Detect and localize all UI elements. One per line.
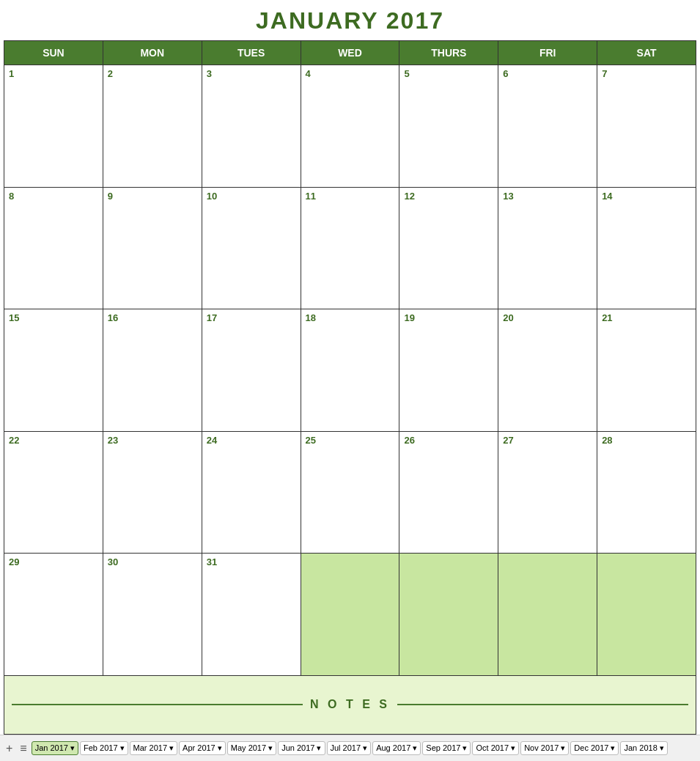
day-number: 11	[306, 191, 395, 202]
day-number: 28	[602, 435, 691, 446]
day-number: 2	[108, 68, 197, 79]
tab-jan-2018[interactable]: Jan 2018 ▾	[620, 741, 667, 755]
day-cell-7[interactable]: 7	[597, 65, 696, 188]
day-header-tues: TUES	[202, 41, 301, 65]
week-row-0: 1234567	[4, 65, 696, 188]
day-cell-27[interactable]: 27	[498, 432, 597, 554]
tab-oct-2017[interactable]: Oct 2017 ▾	[472, 741, 519, 755]
day-header-sat: SAT	[597, 41, 696, 65]
day-number: 19	[404, 312, 493, 323]
day-number: 21	[602, 312, 691, 323]
day-number: 17	[207, 312, 296, 323]
notes-section: N O T E S	[4, 676, 696, 735]
week-row-4: 293031	[4, 554, 696, 676]
day-cell-13[interactable]: 13	[498, 188, 597, 310]
day-cell-26[interactable]: 26	[399, 432, 498, 554]
weeks-container: 1234567891011121314151617181920212223242…	[4, 65, 696, 735]
day-number: 12	[404, 191, 493, 202]
day-cell-5[interactable]: 5	[399, 65, 498, 188]
day-cell-4[interactable]: 4	[301, 65, 400, 188]
day-number: 20	[503, 312, 592, 323]
tab-may-2017[interactable]: May 2017 ▾	[227, 741, 276, 755]
day-cell-6[interactable]: 6	[498, 65, 597, 188]
day-cell-31[interactable]: 31	[202, 554, 301, 676]
day-number: 8	[9, 191, 98, 202]
day-cell-empty-6[interactable]	[597, 554, 696, 676]
calendar-grid: SUNMONTUESWEDTHURSFRISAT 123456789101112…	[4, 40, 696, 735]
day-headers-row: SUNMONTUESWEDTHURSFRISAT	[4, 41, 696, 65]
day-header-fri: FRI	[498, 41, 597, 65]
tab-jul-2017[interactable]: Jul 2017 ▾	[327, 741, 372, 755]
day-header-thurs: THURS	[399, 41, 498, 65]
notes-line-right	[397, 704, 688, 705]
tab-dec-2017[interactable]: Dec 2017 ▾	[570, 741, 619, 755]
week-row-2: 15161718192021	[4, 309, 696, 432]
week-row-1: 891011121314	[4, 188, 696, 310]
day-number: 26	[404, 435, 493, 446]
day-cell-16[interactable]: 16	[103, 309, 202, 432]
calendar-container: JANUARY 2017 SUNMONTUESWEDTHURSFRISAT 12…	[0, 0, 700, 735]
tab-jan-2017[interactable]: Jan 2017 ▾	[32, 741, 78, 755]
day-cell-24[interactable]: 24	[202, 432, 301, 554]
day-cell-22[interactable]: 22	[4, 432, 103, 554]
day-cell-3[interactable]: 3	[202, 65, 301, 188]
day-number: 6	[503, 68, 592, 79]
day-cell-12[interactable]: 12	[399, 188, 498, 310]
day-cell-11[interactable]: 11	[301, 188, 400, 310]
day-cell-23[interactable]: 23	[103, 432, 202, 554]
day-number: 13	[503, 191, 592, 202]
day-header-sun: SUN	[4, 41, 103, 65]
day-number: 23	[108, 435, 197, 446]
day-number: 31	[207, 556, 296, 567]
day-cell-30[interactable]: 30	[103, 554, 202, 676]
notes-row-container: N O T E S	[4, 676, 696, 735]
day-cell-20[interactable]: 20	[498, 309, 597, 432]
week-row-3: 22232425262728	[4, 432, 696, 554]
menu-button[interactable]: ≡	[17, 740, 29, 757]
day-cell-28[interactable]: 28	[597, 432, 696, 554]
day-cell-17[interactable]: 17	[202, 309, 301, 432]
day-number: 7	[602, 68, 691, 79]
day-number: 4	[306, 68, 395, 79]
day-number: 10	[207, 191, 296, 202]
day-header-mon: MON	[103, 41, 202, 65]
day-cell-29[interactable]: 29	[4, 554, 103, 676]
tab-aug-2017[interactable]: Aug 2017 ▾	[372, 741, 421, 755]
day-number: 3	[207, 68, 296, 79]
calendar-title: JANUARY 2017	[0, 0, 700, 40]
day-number: 5	[404, 68, 493, 79]
day-cell-14[interactable]: 14	[597, 188, 696, 310]
day-number: 25	[306, 435, 395, 446]
day-cell-2[interactable]: 2	[103, 65, 202, 188]
day-cell-9[interactable]: 9	[103, 188, 202, 310]
day-number: 16	[108, 312, 197, 323]
tab-bar: + ≡ Jan 2017 ▾Feb 2017 ▾Mar 2017 ▾Apr 20…	[0, 735, 700, 761]
day-number: 24	[207, 435, 296, 446]
tab-apr-2017[interactable]: Apr 2017 ▾	[179, 741, 226, 755]
day-number: 18	[306, 312, 395, 323]
day-cell-10[interactable]: 10	[202, 188, 301, 310]
tab-jun-2017[interactable]: Jun 2017 ▾	[278, 741, 325, 755]
day-number: 27	[503, 435, 592, 446]
day-cell-1[interactable]: 1	[4, 65, 103, 188]
day-cell-empty-3[interactable]	[301, 554, 400, 676]
day-number: 29	[9, 556, 98, 567]
day-cell-18[interactable]: 18	[301, 309, 400, 432]
day-number: 15	[9, 312, 98, 323]
notes-label: N O T E S	[310, 698, 390, 711]
add-button[interactable]: +	[3, 740, 15, 757]
notes-line-left	[12, 704, 303, 705]
tab-nov-2017[interactable]: Nov 2017 ▾	[520, 741, 569, 755]
day-cell-8[interactable]: 8	[4, 188, 103, 310]
day-cell-empty-5[interactable]	[498, 554, 597, 676]
tab-sep-2017[interactable]: Sep 2017 ▾	[422, 741, 471, 755]
day-cell-19[interactable]: 19	[399, 309, 498, 432]
day-number: 22	[9, 435, 98, 446]
tab-mar-2017[interactable]: Mar 2017 ▾	[130, 741, 178, 755]
day-cell-21[interactable]: 21	[597, 309, 696, 432]
day-cell-empty-4[interactable]	[399, 554, 498, 676]
tab-feb-2017[interactable]: Feb 2017 ▾	[80, 741, 128, 755]
day-cell-15[interactable]: 15	[4, 309, 103, 432]
day-number: 30	[108, 556, 197, 567]
day-cell-25[interactable]: 25	[301, 432, 400, 554]
